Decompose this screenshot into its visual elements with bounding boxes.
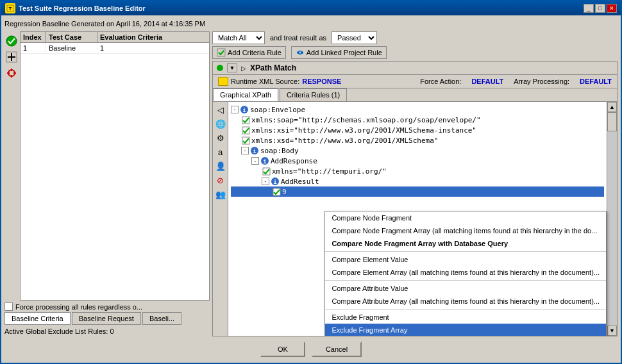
- table-row[interactable]: 1 Baseline 1: [21, 43, 209, 54]
- menu-compare-element-array[interactable]: Compare Element Array (all matching item…: [325, 266, 606, 279]
- tab-criteria-rules[interactable]: Criteria Rules (1): [280, 88, 347, 101]
- force-processing-row: Force processing all rules regardless o.…: [4, 302, 210, 311]
- cancel-icon[interactable]: ⊘: [214, 174, 227, 186]
- add-criteria-button[interactable]: Add Criteria Rule: [212, 46, 286, 59]
- title-bar-left: T Test Suite Regression Baseline Editor: [5, 3, 146, 13]
- vertical-scrollbar[interactable]: ▲ ▼: [607, 102, 617, 336]
- ok-button[interactable]: OK: [260, 342, 305, 357]
- add-icon[interactable]: [4, 50, 19, 64]
- checkbox-icon-xmlns-soap: [241, 115, 250, 124]
- array-processing-label: Array Processing:: [514, 78, 569, 85]
- test-table: Index Test Case Evaluation Criteria 1 Ba…: [20, 31, 210, 301]
- tree-node-9[interactable]: 9: [231, 186, 604, 197]
- info-row-left: Runtime XML Source: RESPONSE: [218, 77, 341, 86]
- maximize-button[interactable]: □: [595, 4, 605, 13]
- tab-bar: Graphical XPath Criteria Rules (1): [213, 88, 617, 102]
- menu-compare-node-fragment[interactable]: Compare Node Fragment: [325, 211, 606, 224]
- runtime-xml-value[interactable]: RESPONSE: [302, 78, 341, 85]
- main-window: T Test Suite Regression Baseline Editor …: [0, 0, 622, 364]
- arrow-left-icon[interactable]: ◁: [214, 103, 227, 116]
- expand-addresponse[interactable]: -: [251, 157, 259, 165]
- tree-node-addresponse[interactable]: - i AddResponse: [231, 156, 604, 166]
- tab-baseline-criteria[interactable]: Baseline Criteria: [4, 312, 71, 325]
- users-icon[interactable]: 👤: [214, 160, 227, 172]
- expand-addresult[interactable]: -: [262, 178, 269, 185]
- right-panel: Match All Match Any and treat result as …: [212, 31, 618, 336]
- left-content: Index Test Case Evaluation Criteria 1 Ba…: [4, 31, 210, 301]
- tree-node-addresult[interactable]: - i AddResult: [231, 176, 604, 186]
- minimize-button[interactable]: _: [584, 4, 594, 13]
- menu-compare-attribute-array[interactable]: Compare Attribute Array (all matching it…: [325, 295, 606, 308]
- left-panel: Index Test Case Evaluation Criteria 1 Ba…: [4, 31, 210, 336]
- expand-envelope[interactable]: -: [231, 106, 239, 113]
- xpath-content: ◁ 🌐 ⚙ a 👤 ⊘ 👥 -: [213, 102, 617, 336]
- collapse-arrow[interactable]: ▷: [241, 65, 246, 72]
- expand-icon[interactable]: ▼: [227, 63, 237, 72]
- expand-body[interactable]: -: [241, 147, 249, 154]
- menu-compare-node-fragment-array[interactable]: Compare Node Fragment Array (all matchin…: [325, 224, 606, 237]
- node-text-body: soap:Body: [260, 147, 299, 155]
- col-index: Index: [21, 32, 46, 42]
- title-bar: T Test Suite Regression Baseline Editor …: [1, 1, 621, 15]
- force-processing-checkbox[interactable]: [4, 302, 13, 311]
- folder-icon: [218, 77, 228, 86]
- title-bar-controls: _ □ ✕: [584, 4, 617, 13]
- action-bar: Add Criteria Rule Add Linked Project Rul…: [212, 46, 618, 59]
- menu-compare-element-value[interactable]: Compare Element Value: [325, 253, 606, 266]
- tree-node-body[interactable]: - i soap:Body: [231, 145, 604, 156]
- scroll-up-button[interactable]: ▲: [607, 102, 617, 112]
- top-bar: Match All Match Any and treat result as …: [212, 31, 618, 44]
- menu-exclude-fragment-array[interactable]: Exclude Fragment Array: [325, 324, 606, 336]
- menu-compare-node-fragment-array-db[interactable]: Compare Node Fragment Array with Databas…: [325, 237, 606, 250]
- passed-group: Passed Failed Warning: [332, 31, 377, 44]
- checkbox-icon-9: [272, 187, 281, 196]
- close-button[interactable]: ✕: [607, 4, 617, 13]
- node-text-xmlns-soap: xmlns:soap="http://schemas.xmlsoap.org/s…: [251, 116, 481, 124]
- match-select[interactable]: Match All Match Any: [212, 31, 265, 44]
- tree-node-xmlns-tempuri[interactable]: xmlns="http://tempuri.org/": [231, 166, 604, 176]
- main-area: Index Test Case Evaluation Criteria 1 Ba…: [4, 31, 618, 336]
- menu-exclude-fragment[interactable]: Exclude Fragment: [325, 311, 606, 324]
- checkbox-icon-xmlns-xsi: [241, 126, 250, 135]
- letter-a-icon[interactable]: a: [214, 145, 227, 158]
- tab-baseline-request[interactable]: Baseline Request: [72, 312, 141, 325]
- add-linked-icon: [296, 48, 305, 57]
- add-linked-button[interactable]: Add Linked Project Rule: [291, 46, 387, 59]
- add-criteria-label: Add Criteria Rule: [228, 49, 282, 56]
- cell-criteria: 1: [97, 43, 209, 53]
- svg-point-13: [301, 51, 303, 54]
- cancel-button[interactable]: Cancel: [312, 342, 362, 357]
- array-processing-value[interactable]: DEFAULT: [580, 78, 612, 85]
- scroll-down-button[interactable]: ▼: [607, 326, 617, 336]
- tree-node-xmlns-soap[interactable]: xmlns:soap="http://schemas.xmlsoap.org/s…: [231, 115, 604, 125]
- tab-baseline-other[interactable]: Baseli...: [142, 312, 181, 325]
- xpath-panel: ▼ ▷ XPath Match Runtime XML Source: RESP…: [212, 61, 618, 336]
- force-action-value[interactable]: DEFAULT: [471, 78, 503, 85]
- settings2-icon[interactable]: ⚙: [214, 131, 227, 144]
- globe-icon[interactable]: 🌐: [214, 117, 227, 130]
- node-text-xmlns-tempuri: xmlns="http://tempuri.org/": [272, 167, 387, 176]
- tree-node-xmlns-xsd[interactable]: xmlns:xsd="http://www.w3.org/2001/XMLSch…: [231, 135, 604, 145]
- menu-compare-attribute-value[interactable]: Compare Attribute Value: [325, 282, 606, 295]
- tab-graphical-xpath[interactable]: Graphical XPath: [213, 88, 278, 101]
- tree-node-xmlns-xsi[interactable]: xmlns:xsi="http://www.w3.org/2001/XMLSch…: [231, 125, 604, 135]
- scrollbar-thumb[interactable]: [607, 112, 617, 131]
- settings-icon[interactable]: [4, 66, 19, 80]
- dialog-buttons: OK Cancel: [4, 339, 618, 360]
- tree-node-envelope[interactable]: - i soap:Envelope: [231, 104, 604, 115]
- passed-select[interactable]: Passed Failed Warning: [332, 31, 377, 44]
- cell-index: 1: [21, 43, 46, 53]
- force-processing-label: Force processing all rules regardless o.…: [15, 303, 142, 311]
- multi-user-icon[interactable]: 👥: [214, 188, 227, 201]
- treat-result-label: and treat result as: [270, 34, 326, 42]
- table-header: Index Test Case Evaluation Criteria: [21, 32, 209, 43]
- force-action-label: Force Action:: [420, 78, 461, 85]
- col-testcase: Test Case: [46, 32, 97, 42]
- xpath-header: ▼ ▷ XPath Match: [213, 62, 617, 75]
- node-text-xmlns-xsd: xmlns:xsd="http://www.w3.org/2001/XMLSch…: [251, 136, 438, 145]
- left-icon-toolbar: [4, 31, 19, 301]
- check-icon[interactable]: [4, 34, 19, 48]
- svg-point-12: [297, 51, 299, 54]
- checkbox-icon-xmlns-xsd: [241, 136, 250, 145]
- active-rules-label: Active Global Exclude List Rules: 0: [4, 326, 210, 336]
